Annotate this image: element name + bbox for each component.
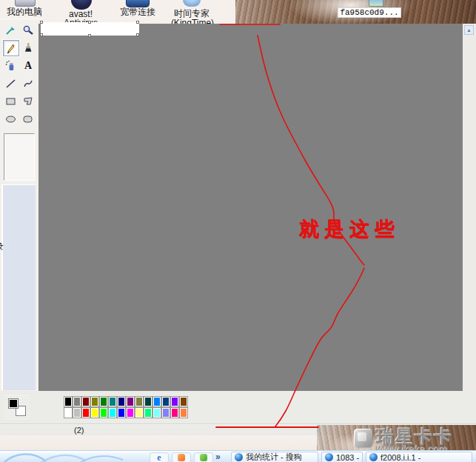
paint-canvas[interactable] (38, 24, 463, 391)
kaka-logo-icon (354, 429, 372, 447)
tool-rounded-rectangle[interactable] (20, 111, 36, 127)
palette-swatch[interactable] (179, 396, 188, 407)
palette-swatch[interactable] (81, 396, 90, 407)
palette-swatch[interactable] (90, 407, 99, 418)
palette-swatch[interactable] (161, 407, 170, 418)
taskbar-button[interactable]: 我的统计 - 搜狗 (231, 452, 318, 462)
taskbar-button-icon (235, 453, 243, 461)
tool-options-box[interactable] (4, 133, 35, 181)
panel-lower-area (1, 184, 36, 390)
palette-swatch[interactable] (161, 396, 170, 407)
palette-area (0, 391, 476, 424)
tool-rectangle[interactable] (3, 93, 19, 110)
palette-row-2 (64, 407, 188, 418)
tool-brush[interactable] (20, 40, 36, 56)
selection-handle[interactable] (136, 21, 139, 24)
palette-swatch[interactable] (64, 396, 73, 407)
taskbar-button[interactable]: 1083 - (321, 452, 363, 462)
palette-swatch[interactable] (99, 396, 108, 407)
selection-handle[interactable] (136, 33, 139, 36)
screenshot-watermark: 瑞星卡卡 www.ikaka.com (351, 425, 476, 453)
palette-swatch[interactable] (81, 407, 90, 418)
palette-swatch[interactable] (73, 396, 81, 407)
palette-swatch[interactable] (73, 407, 81, 418)
quicklaunch-ie-icon[interactable]: e (150, 452, 169, 462)
palette-swatch[interactable] (144, 407, 152, 418)
selection-handle[interactable] (40, 21, 43, 24)
palette-swatch[interactable] (108, 407, 117, 418)
quicklaunch-app-icon[interactable] (172, 452, 191, 462)
my-computer-icon[interactable] (15, 0, 36, 7)
palette-swatch[interactable] (170, 396, 179, 407)
taskbar-button-label: f2008.i.i.1 - (381, 453, 420, 462)
palette-swatch[interactable] (135, 407, 144, 418)
paint-tool-panel: A (0, 19, 38, 391)
tool-line[interactable] (3, 76, 19, 92)
selection-handle[interactable] (88, 21, 91, 24)
tool-airbrush[interactable] (3, 58, 19, 74)
palette-swatch[interactable] (64, 407, 73, 418)
taskbar-button-label: 1083 - (336, 453, 359, 462)
palette-swatch[interactable] (135, 396, 144, 407)
taskbar-button[interactable]: f2008.i.i.1 - (366, 452, 472, 462)
tool-pick-color[interactable] (3, 22, 19, 38)
tool-polygon[interactable] (20, 93, 36, 110)
quicklaunch-chevron[interactable]: » (215, 452, 221, 462)
palette-swatch[interactable] (152, 396, 161, 407)
palette-swatch[interactable] (126, 396, 135, 407)
tool-ellipse[interactable] (3, 111, 19, 127)
clipped-desktop-label: 录 (0, 241, 4, 253)
palette-swatch[interactable] (99, 407, 108, 418)
foreground-color-swatch[interactable] (8, 398, 19, 409)
tool-text[interactable]: A (20, 58, 36, 74)
tool-pencil[interactable] (3, 40, 19, 56)
desktop-label-my-computer[interactable]: 我的电脑 (1, 7, 47, 17)
taskbar-button-label: 我的统计 - 搜狗 (246, 452, 302, 462)
tool-curve[interactable] (20, 76, 36, 92)
palette-swatch[interactable] (108, 396, 117, 407)
palette-swatches (64, 396, 188, 418)
palette-swatch[interactable] (144, 396, 152, 407)
taskbar-button-icon (369, 453, 378, 461)
selection-handle[interactable] (40, 33, 43, 36)
desktop-label-broadband[interactable]: 宽带连接 (115, 7, 161, 17)
palette-swatch[interactable] (90, 396, 99, 407)
color-indicator[interactable] (4, 395, 30, 421)
text-tool-glyph: A (24, 61, 32, 71)
canvas-right-margin (463, 24, 476, 391)
tool-grid: A (3, 22, 36, 129)
tool-magnifier[interactable] (20, 22, 36, 38)
desktop-label-image-file[interactable]: fa958c0d9... (338, 7, 401, 18)
palette-swatch[interactable] (170, 407, 179, 418)
kingtime-icon[interactable] (183, 0, 201, 7)
scrollbar-up-button[interactable]: ▲ (464, 25, 474, 35)
palette-row-1 (64, 396, 188, 407)
selection-handle[interactable] (88, 34, 91, 37)
palette-swatch[interactable] (117, 407, 126, 418)
quicklaunch-app2-icon[interactable] (194, 452, 213, 462)
status-text: (2) (74, 426, 84, 435)
palette-swatch[interactable] (117, 396, 126, 407)
image-file-icon[interactable] (369, 0, 383, 7)
palette-swatch[interactable] (126, 407, 135, 418)
taskbar-decor (0, 451, 130, 462)
palette-swatch[interactable] (179, 407, 188, 418)
taskbar: e » 我的统计 - 搜狗1083 -f2008.i.i.1 - (0, 450, 476, 462)
screen: 我的电脑 avast! Antivirus 宽带连接 时间专家 (KingTim… (0, 0, 476, 462)
taskbar-button-icon (325, 453, 333, 461)
palette-swatch[interactable] (152, 407, 161, 418)
red-annotation-text: 就是这些 (299, 215, 400, 242)
